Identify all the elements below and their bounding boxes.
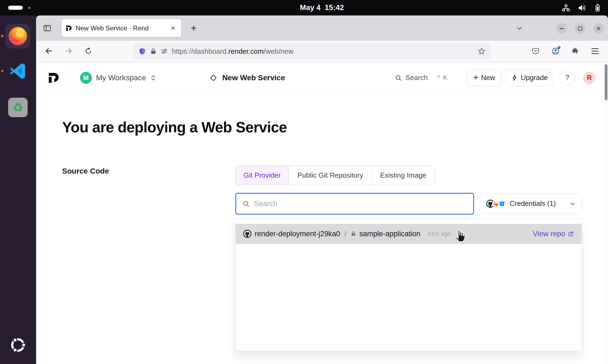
back-icon (45, 47, 53, 55)
window-maximize-button[interactable] (575, 23, 585, 34)
plus-icon: + (473, 72, 478, 82)
chevron-down-icon (569, 200, 576, 207)
page-scrollbar-track (604, 62, 608, 364)
firefox-running-dot (1, 35, 4, 37)
github-icon (243, 230, 251, 238)
search-icon (242, 200, 250, 207)
tab-public-git-repository[interactable]: Public Git Repository (289, 166, 372, 185)
menu-button[interactable] (588, 44, 601, 58)
hamburger-icon (591, 48, 599, 49)
question-mark: ? (565, 74, 569, 82)
ubuntu-show-apps-icon[interactable] (9, 336, 27, 354)
ubuntu-dock: ♻ (0, 15, 36, 364)
pocket-button[interactable] (529, 44, 542, 58)
page-heading: You are deploying a Web Service (62, 119, 287, 136)
vscode-dock-icon[interactable] (9, 62, 27, 80)
network-icon[interactable] (562, 4, 570, 12)
page-title: New Web Service (222, 74, 285, 82)
reload-icon (85, 47, 92, 55)
render-favicon (66, 25, 72, 31)
credentials-dropdown[interactable]: Credentials (1) (480, 194, 582, 213)
trash-dock-icon[interactable]: ♻ (8, 98, 28, 117)
url-text: https://dashboard.render.com/web/new (172, 47, 293, 56)
render-logo[interactable] (48, 72, 60, 84)
repo-updated-time: 41m ago (427, 230, 451, 237)
window-close-button[interactable]: × (593, 23, 604, 34)
tab-existing-image[interactable]: Existing Image (372, 166, 434, 185)
tracking-protection-shield-icon[interactable] (139, 48, 146, 55)
tab-strip: New Web Service · Rend × + × (36, 15, 608, 41)
external-link-icon (568, 231, 574, 237)
account-notification-dot (558, 46, 561, 49)
workspace-avatar: M (80, 72, 92, 84)
new-tab-button[interactable]: + (187, 21, 200, 35)
forward-icon (65, 47, 73, 55)
workspace-name: My Workspace (96, 74, 146, 82)
header-search-button[interactable]: Search ^ K (395, 74, 448, 82)
volume-icon[interactable] (578, 4, 586, 12)
source-code-label: Source Code (62, 167, 109, 175)
private-lock-icon (351, 231, 356, 237)
forward-button[interactable] (62, 44, 75, 58)
firefox-view-button[interactable] (40, 21, 54, 35)
repo-results-panel: render-deployment-j29ka0 / sample-applic… (235, 219, 582, 351)
firefox-view-icon (43, 24, 51, 32)
help-button[interactable]: ? (559, 70, 575, 85)
bookmark-star-icon[interactable] (478, 47, 485, 55)
extensions-button[interactable] (569, 44, 582, 58)
bitbucket-icon (498, 200, 506, 207)
header-divider (457, 62, 458, 93)
browser-tab[interactable]: New Web Service · Rend × (61, 19, 181, 37)
bolt-icon (511, 75, 518, 81)
upgrade-button[interactable]: Upgrade (506, 69, 553, 86)
repo-row[interactable]: render-deployment-j29ka0 / sample-applic… (236, 224, 581, 244)
tab-title: New Web Service · Rend (76, 24, 165, 32)
pocket-icon (532, 47, 539, 55)
toolbar-right-icons (529, 44, 601, 58)
system-clock[interactable]: May 4 15:42 (287, 0, 357, 15)
account-button[interactable] (549, 44, 562, 58)
new-button[interactable]: + New (467, 69, 501, 86)
maximize-icon (578, 27, 582, 31)
workspace-selector[interactable]: M My Workspace (68, 72, 194, 84)
back-button[interactable] (42, 44, 55, 58)
activities-pill[interactable] (8, 6, 23, 10)
repo-search-box[interactable] (235, 193, 474, 215)
view-repo-link[interactable]: View repo (533, 230, 574, 238)
search-icon (395, 74, 402, 81)
battery-icon[interactable] (593, 4, 601, 12)
page-scrollbar-thumb[interactable] (605, 64, 607, 100)
firefox-window: New Web Service · Rend × + × (36, 15, 608, 364)
mouse-cursor (454, 230, 466, 242)
render-header: M My Workspace New Web Service Search ^ … (36, 62, 608, 93)
render-page-content: You are deploying a Web Service Source C… (36, 93, 608, 364)
repo-owner: render-deployment-j29ka0 (255, 230, 340, 238)
tab-close-icon[interactable]: × (169, 24, 177, 32)
window-minimize-button[interactable] (556, 23, 567, 34)
repo-name: sample-application (359, 230, 420, 238)
permissions-icon[interactable] (161, 48, 168, 55)
vscode-logo-icon (9, 62, 27, 80)
system-tray[interactable] (562, 0, 601, 15)
system-top-bar: May 4 15:42 (0, 0, 608, 15)
lock-icon[interactable] (150, 48, 157, 55)
header-search-label: Search (405, 74, 428, 82)
repo-search-input[interactable] (254, 200, 467, 208)
close-icon: × (596, 24, 601, 33)
reload-button[interactable] (82, 44, 95, 58)
user-avatar[interactable]: R (583, 72, 596, 84)
search-shortcut: ^ K (437, 74, 448, 81)
chevron-down-icon (516, 25, 523, 32)
minimize-icon (559, 28, 564, 29)
page-title-group: New Web Service (194, 74, 285, 82)
firefox-dock-icon[interactable] (5, 24, 30, 49)
source-type-tabs: Git Provider Public Git Repository Exist… (235, 165, 435, 185)
url-bar[interactable]: https://dashboard.render.com/web/new (134, 43, 490, 59)
recycle-icon: ♻ (12, 101, 23, 114)
list-tabs-button[interactable] (513, 21, 526, 35)
browser-toolbar: https://dashboard.render.com/web/new (36, 41, 608, 62)
chevron-up-down-icon (150, 74, 156, 82)
web-service-diamond-icon (210, 74, 217, 81)
tab-git-provider[interactable]: Git Provider (236, 166, 289, 185)
workspace-indicator-dot (28, 7, 30, 9)
